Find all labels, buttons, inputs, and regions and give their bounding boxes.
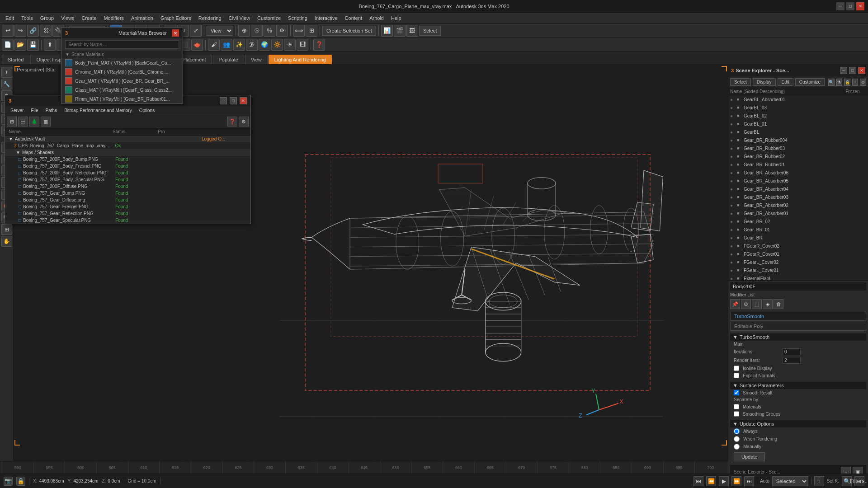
render-iters-input[interactable]	[783, 357, 801, 364]
se-tab-customize[interactable]: Customize	[795, 78, 825, 86]
pan-tool[interactable]: ✋	[1, 236, 12, 247]
timeline-tick[interactable]: 600	[65, 461, 96, 474]
at-file-row[interactable]: □ Boeing_757_200F_Diffuse.PNG Found	[5, 183, 250, 190]
se-list-item[interactable]: ● ■ Gear_BR_Absorber02	[728, 201, 868, 209]
at-menu-paths[interactable]: Paths	[42, 107, 61, 114]
se-close-button[interactable]: ✕	[858, 67, 865, 74]
timeline-tick[interactable]: 675	[537, 461, 569, 474]
at-file-row[interactable]: □ Boeing_757_200F_Body_Specular.PNG Foun…	[5, 176, 250, 183]
se-tab-select[interactable]: Select	[730, 78, 751, 86]
percent-snap-button[interactable]: %	[264, 25, 275, 37]
mat-section-header[interactable]: ▼ Scene Materials	[61, 51, 183, 58]
menu-create[interactable]: Create	[78, 13, 100, 23]
filters-button[interactable]: Filters...	[854, 476, 864, 486]
surface-params-header[interactable]: ▼ Surface Parameters	[730, 382, 866, 389]
update-button[interactable]: Update	[734, 452, 765, 461]
snap-button[interactable]: ⊕	[238, 25, 250, 37]
mod-remove-button[interactable]: 🗑	[774, 299, 783, 309]
se-list-item[interactable]: ● ■ Gear_BR_Absorber01	[728, 209, 868, 217]
at-list-btn[interactable]: ☰	[18, 117, 28, 127]
timeline-tick[interactable]: 680	[569, 461, 600, 474]
menu-customize[interactable]: Customize	[254, 13, 284, 23]
timeline-tick[interactable]: 690	[632, 461, 663, 474]
timeline-tick[interactable]: 605	[96, 461, 128, 474]
se-list-item[interactable]: ● ■ Gear_BR	[728, 234, 868, 242]
timeline-tick[interactable]: 615	[159, 461, 191, 474]
mat-browser-close[interactable]: ✕	[172, 29, 179, 37]
update-options-header[interactable]: ▼ Update Options	[730, 420, 866, 427]
se-filter-icon[interactable]: ⚗	[836, 79, 843, 86]
at-menu-file[interactable]: File	[27, 107, 42, 114]
at-maximize-button[interactable]: □	[230, 97, 237, 104]
unlink-button[interactable]: ⛓	[40, 25, 52, 37]
modifier-editable-poly[interactable]: Editable Poly	[730, 322, 866, 331]
at-file-row[interactable]: □ Boeing_757_Gear_Specular.PNG Found	[5, 217, 250, 224]
menu-rendering[interactable]: Rendering	[195, 13, 225, 23]
render-setup-button[interactable]: 📊	[381, 25, 393, 37]
at-tree-btn[interactable]: 🌲	[29, 117, 39, 127]
se-list-item[interactable]: ● ■ Gear_BR_Absorber03	[728, 193, 868, 201]
menu-animation[interactable]: Animation	[127, 13, 157, 23]
add-time-tag-button[interactable]: +	[814, 476, 824, 486]
modifier-turbosmouth[interactable]: TurboSmooth	[730, 312, 866, 321]
menu-graph-editors[interactable]: Graph Editors	[157, 13, 195, 23]
at-file-row[interactable]: □ Boeing_757_200F_Body_Bump.PNG Found	[5, 156, 250, 163]
at-close-button[interactable]: ✕	[240, 97, 247, 104]
se-add-icon[interactable]: +	[852, 79, 859, 86]
timeline-tick[interactable]: 655	[411, 461, 443, 474]
save-button[interactable]: 💾	[27, 39, 39, 51]
effects-button[interactable]: ✨	[233, 39, 245, 51]
link-button[interactable]: 🔗	[27, 25, 39, 37]
timeline-tick[interactable]: 610	[128, 461, 160, 474]
menu-tools[interactable]: Tools	[18, 13, 37, 23]
paint-button[interactable]: 🖌	[208, 39, 220, 51]
render-effects-button[interactable]: 🔆	[271, 39, 283, 51]
smoothing-groups-checkbox[interactable]	[734, 411, 739, 417]
at-menu-server[interactable]: Server	[7, 107, 27, 114]
se-list-item[interactable]: ● ■ FGearL_Cover01	[728, 266, 868, 274]
timeline-tick[interactable]: 640	[317, 461, 349, 474]
redo-button[interactable]: ↪	[14, 25, 26, 37]
menu-modifiers[interactable]: Modifiers	[100, 13, 127, 23]
timeline-tick[interactable]: 645	[348, 461, 380, 474]
at-minimize-button[interactable]: ─	[220, 97, 227, 104]
timeline-tick[interactable]: 660	[443, 461, 474, 474]
at-max-file-row[interactable]: 3 UPS_Boeing_767_Cargo_Plane_max_vray.ma…	[5, 142, 250, 149]
playback-lock-icon[interactable]: 🔒	[16, 477, 25, 486]
smooth-result-checkbox[interactable]	[734, 390, 739, 395]
at-detail-btn[interactable]: ▦	[41, 117, 51, 127]
menu-help[interactable]: Help	[387, 13, 405, 23]
create-tool[interactable]: +	[1, 67, 12, 78]
selected-dropdown[interactable]: Selected All	[772, 476, 808, 486]
timeline-tick[interactable]: 630	[254, 461, 285, 474]
at-help-btn[interactable]: ❓	[227, 117, 237, 127]
se-list-item[interactable]: ● ■ Gear_BR_Rubber02	[728, 152, 868, 160]
menu-arnold[interactable]: Arnold	[366, 13, 387, 23]
se-list-item[interactable]: ● ■ ExternalFlapL	[728, 274, 868, 280]
se-list-item[interactable]: ● ■ Gear_BR_Rubber01	[728, 160, 868, 169]
at-file-row[interactable]: □ Boeing_757_Gear_Reflection.PNG Found	[5, 210, 250, 217]
menu-civil-view[interactable]: Civil View	[225, 13, 254, 23]
se-list-item[interactable]: ● ■ Gear_BR_Absorber04	[728, 185, 868, 193]
create-selection-set-button[interactable]: Create Selection Set	[322, 26, 376, 36]
se-list-item[interactable]: ● ■ GearBL	[728, 128, 868, 136]
next-frame-button[interactable]: ⏩	[731, 476, 741, 486]
playback-camera-icon[interactable]: 📷	[4, 477, 13, 486]
at-file-row[interactable]: □ Boeing_757_Gear_Fresnel.PNG Found	[5, 203, 250, 210]
se-minimize-button[interactable]: ─	[840, 67, 847, 74]
se-list-item[interactable]: ● ■ Gear_BR_Rubber03	[728, 144, 868, 152]
atmosphere-button[interactable]: 🌫	[246, 39, 258, 51]
se-tab-display[interactable]: Display	[753, 78, 776, 86]
at-menu-bitmap-perf[interactable]: Bitmap Performance and Memory	[61, 107, 136, 114]
se-list-item[interactable]: ● ■ Gear_BR_Absorber06	[728, 169, 868, 177]
tab-view[interactable]: View	[245, 55, 268, 64]
tab-started[interactable]: Started	[2, 55, 29, 64]
at-file-row[interactable]: □ Boeing_757_Gear_Diffuse.png Found	[5, 197, 250, 203]
mat-browser-item[interactable]: Gear_MAT ( VRayMtl ) [Gear_BR, Gear_BR_.…	[61, 76, 183, 85]
when-rendering-radio[interactable]	[734, 436, 740, 442]
batch-render-button[interactable]: 🎞	[297, 39, 308, 51]
help-button[interactable]: ❓	[313, 39, 325, 51]
se-list-item[interactable]: ● ■ GearBL_01	[728, 120, 868, 128]
tab-populate[interactable]: Populate	[213, 55, 244, 64]
timeline-tick[interactable]: 665	[474, 461, 506, 474]
